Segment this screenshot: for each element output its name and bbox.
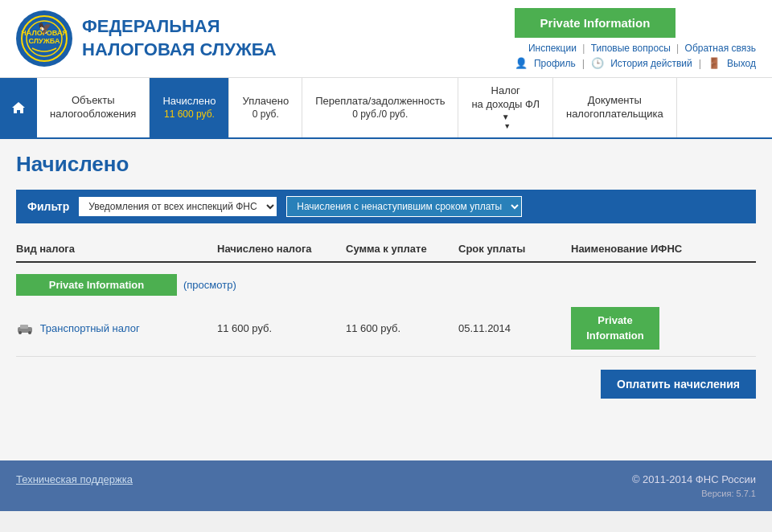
col-tax-type: Вид налога xyxy=(16,243,217,255)
col-due-date: Срок уплаты xyxy=(458,243,571,255)
exit-icon: 🚪 xyxy=(708,57,721,69)
logo-area: НАЛОГОВАЯ СЛУЖБА 🦅 ФЕДЕРАЛЬНАЯ НАЛОГОВАЯ… xyxy=(16,10,277,67)
private-info-button[interactable]: Private Information xyxy=(515,8,676,38)
nav-item-income-tax[interactable]: Налогна доходы ФЛ ▼ xyxy=(458,78,553,137)
svg-rect-6 xyxy=(20,325,28,329)
inspections-link[interactable]: Инспекции xyxy=(528,43,577,54)
history-link[interactable]: История действий xyxy=(610,58,692,69)
col-ifns: Наименование ИФНС xyxy=(571,243,756,255)
header-links-bottom: 👤 Профиль | 🕒 История действий | 🚪 Выход xyxy=(515,57,756,69)
nav-item-documents[interactable]: Документыналогоплательщика xyxy=(553,78,677,137)
cell-tax-type: Транспортный налог xyxy=(16,322,217,335)
nav-bar: Объектыналогообложения Начислено 11 600 … xyxy=(0,78,772,139)
cell-charged-amount: 11 600 руб. xyxy=(217,322,346,334)
table-row: Транспортный налог 11 600 руб. 11 600 ру… xyxy=(16,301,756,356)
cell-due-date: 05.11.2014 xyxy=(458,322,571,334)
version-text: Версия: 5.7.1 xyxy=(632,489,756,498)
header: НАЛОГОВАЯ СЛУЖБА 🦅 ФЕДЕРАЛЬНАЯ НАЛОГОВАЯ… xyxy=(0,0,772,78)
view-link[interactable]: (просмотр) xyxy=(183,279,236,291)
profile-link[interactable]: Профиль xyxy=(534,58,576,69)
filter-bar: Фильтр Уведомления от всех инспекций ФНС… xyxy=(16,190,756,223)
history-icon: 🕒 xyxy=(591,57,604,69)
group-header-row: Private Information (просмотр) xyxy=(16,269,756,301)
nav-home-button[interactable] xyxy=(0,78,37,137)
pay-button-row: Оплатить начисления xyxy=(16,370,756,399)
feedback-link[interactable]: Обратная связь xyxy=(685,43,756,54)
typical-questions-link[interactable]: Типовые вопросы xyxy=(591,43,671,54)
col-amount: Сумма к уплате xyxy=(346,243,458,255)
footer-right: © 2011-2014 ФНС России Версия: 5.7.1 xyxy=(632,473,756,498)
svg-point-8 xyxy=(28,331,31,334)
nav-item-charged[interactable]: Начислено 11 600 руб. xyxy=(150,78,229,137)
logo-icon: НАЛОГОВАЯ СЛУЖБА 🦅 xyxy=(16,10,72,67)
svg-text:СЛУЖБА: СЛУЖБА xyxy=(29,37,60,45)
copyright-text: © 2011-2014 ФНС России xyxy=(632,473,756,485)
filter-select-inspection[interactable]: Уведомления от всех инспекций ФНС xyxy=(79,197,277,216)
transport-tax-link[interactable]: Транспортный налог xyxy=(40,322,140,334)
header-right: Private Information Инспекции | Типовые … xyxy=(515,8,756,69)
pay-button[interactable]: Оплатить начисления xyxy=(601,370,756,399)
col-charged: Начислено налога xyxy=(217,243,346,255)
support-link[interactable]: Техническая поддержка xyxy=(16,473,133,485)
filter-select-status[interactable]: Начисления с ненаступившим сроком уплаты xyxy=(286,196,522,217)
nav-item-objects[interactable]: Объектыналогообложения xyxy=(37,78,150,137)
profile-icon: 👤 xyxy=(515,57,528,69)
filter-label: Фильтр xyxy=(27,200,69,213)
nav-item-paid[interactable]: Уплачено 0 руб. xyxy=(229,78,302,137)
header-links-top: Инспекции | Типовые вопросы | Обратная с… xyxy=(515,43,756,54)
svg-text:🦅: 🦅 xyxy=(38,22,52,35)
group-private-info-label: Private Information xyxy=(16,274,177,296)
cell-pay-amount: 11 600 руб. xyxy=(346,322,458,334)
data-group: Private Information (просмотр) Транспорт… xyxy=(16,269,756,356)
svg-point-7 xyxy=(18,331,22,334)
table-header: Вид налога Начислено налога Сумма к упла… xyxy=(16,236,756,263)
footer: Техническая поддержка © 2011-2014 ФНС Ро… xyxy=(0,460,772,511)
logo-text: ФЕДЕРАЛЬНАЯ НАЛОГОВАЯ СЛУЖБА xyxy=(82,15,277,61)
cell-ifns-name: PrivateInformation xyxy=(571,307,756,349)
page-content: Начислено Фильтр Уведомления от всех инс… xyxy=(0,139,772,460)
page-title: Начислено xyxy=(16,152,756,177)
nav-item-overpayment[interactable]: Переплата/задолженность 0 руб./0 руб. xyxy=(302,78,458,137)
private-info-cell: PrivateInformation xyxy=(571,307,659,349)
exit-link[interactable]: Выход xyxy=(727,58,756,69)
